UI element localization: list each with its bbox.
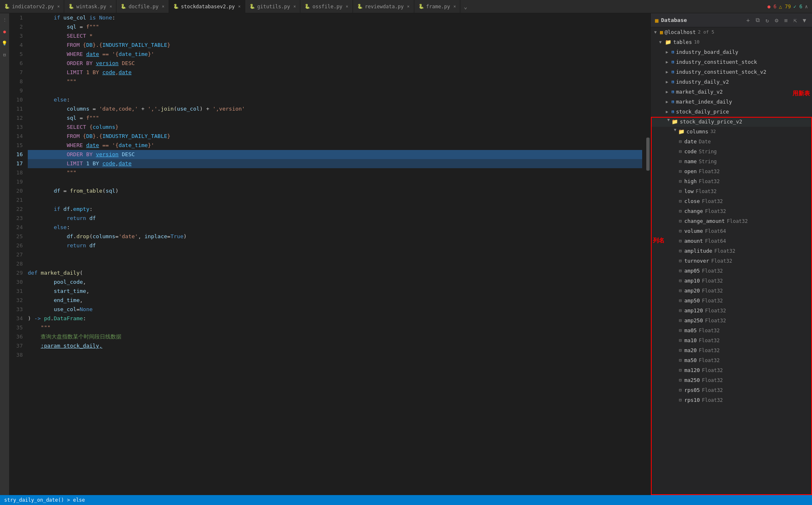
tab-gitutils[interactable]: 🐍 gitutils.py × <box>245 0 301 13</box>
db-header-icon: ▦ <box>655 17 658 24</box>
tab-close-btn8[interactable]: × <box>453 4 456 9</box>
right-panel: 用新表 列名 ▦ Database + ⧉ ↻ ⚙ ≡ ⇱ ▼ ▼ ▦ @loc… <box>650 13 812 495</box>
code-line-9 <box>28 86 642 95</box>
tree-column-amp05[interactable]: ⊟ amp05 Float32 <box>651 266 812 276</box>
tree-column-amp50[interactable]: ⊟ amp50 Float32 <box>651 296 812 306</box>
tree-column-amp20[interactable]: ⊟ amp20 Float32 <box>651 286 812 296</box>
tree-table-market-daily-v2[interactable]: ▶ ⊞ market_daily_v2 <box>651 87 812 97</box>
code-container[interactable]: 1 2 3 4 5 6 7 8 9 10 11 12 13 14 15 16 1 <box>9 13 650 495</box>
t5-label: market_daily_v2 <box>676 88 723 96</box>
tree-column-amp120[interactable]: ⊟ amp120 Float32 <box>651 306 812 316</box>
tree-column-rps10[interactable]: ⊟ rps10 Float32 <box>651 395 812 405</box>
copy-btn[interactable]: ⧉ <box>754 16 761 24</box>
tree-column-amp10[interactable]: ⊟ amp10 Float32 <box>651 276 812 286</box>
py-icon4: 🐍 <box>173 4 179 9</box>
chevron-up[interactable]: ∧ <box>805 4 808 10</box>
tab-close-btn2[interactable]: × <box>109 4 112 9</box>
tab-docfile[interactable]: 🐍 docfile.py × <box>116 0 169 13</box>
breadcrumb: stry_daily_on_date() > else <box>4 497 85 503</box>
tab-indicatorv2[interactable]: 🐍 indicatorv2.py × <box>0 0 64 13</box>
tree-table-industry-board-daily[interactable]: ▶ ⊞ industry_board_daily <box>651 47 812 57</box>
col-name: ma50 <box>684 356 697 365</box>
col-icon: ⊟ <box>679 257 682 265</box>
col-icon: ⊟ <box>679 237 682 245</box>
code-line-3: SELECT * <box>28 31 642 41</box>
panel-content[interactable]: ▼ ▦ @localhost 2 of 5 ▼ 📁 tables 10 ▶ ⊞ … <box>651 27 812 495</box>
col-name: amp10 <box>684 277 700 285</box>
tab-overflow-btn[interactable]: ⌄ <box>460 3 470 10</box>
tab-close-btn6[interactable]: × <box>346 4 348 9</box>
tab-close-btn3[interactable]: × <box>162 4 164 9</box>
tree-column-amp250[interactable]: ⊟ amp250 Float32 <box>651 316 812 326</box>
tree-column-ma10[interactable]: ⊟ ma10 Float32 <box>651 336 812 346</box>
tree-table-industry-constituent-stock-v2[interactable]: ▶ ⊞ industry_constituent_stock_v2 <box>651 67 812 77</box>
tree-server-node[interactable]: ▼ ▦ @localhost 2 of 5 <box>651 27 812 37</box>
tree-table-stock-daily-price[interactable]: ▶ ⊞ stock_daily_price <box>651 107 812 117</box>
tree-column-amount[interactable]: ⊟ amount Float64 <box>651 236 812 246</box>
tree-column-open[interactable]: ⊟ open Float32 <box>651 167 812 176</box>
col-name: volume <box>684 227 703 235</box>
code-line-7: LIMIT 1 BY code,date <box>28 68 642 77</box>
tables-arrow: ▼ <box>659 38 665 46</box>
tab-wintask[interactable]: 🐍 wintask.py × <box>64 0 116 13</box>
add-btn[interactable]: + <box>744 16 751 24</box>
tab-close-btn7[interactable]: × <box>407 4 410 9</box>
tree-columns-group[interactable]: ▶ 📁 columns 32 <box>651 127 812 137</box>
tree-tables-group[interactable]: ▼ 📁 tables 10 <box>651 37 812 47</box>
t2-label: industry_constituent_stock <box>676 58 757 66</box>
tree-column-close[interactable]: ⊟ close Float32 <box>651 196 812 206</box>
tree-table-market-index-daily[interactable]: ▶ ⊞ market_index_daily <box>651 97 812 107</box>
tree-column-date[interactable]: ⊟ date Date <box>651 137 812 147</box>
tree-column-low[interactable]: ⊟ low Float32 <box>651 186 812 196</box>
tree-table-stock-daily-price-v2[interactable]: ▶ 📁 stock_daily_price_v2 <box>651 117 812 127</box>
tree-column-rps05[interactable]: ⊟ rps05 Float32 <box>651 385 812 395</box>
code-lines[interactable]: if use_col is None: sql = f""" SELECT * <box>28 13 642 495</box>
tab-stockdatabase[interactable]: 🐍 stockdatabasev2.py × <box>169 0 245 13</box>
tables-count: 10 <box>694 38 699 46</box>
sort-btn[interactable]: ≡ <box>783 16 789 24</box>
col-type: Float32 <box>705 207 726 215</box>
tab-frame[interactable]: 🐍 frame.py × <box>414 0 461 13</box>
error-glyph: ● <box>3 29 6 34</box>
tab-close-btn4[interactable]: × <box>238 4 241 9</box>
col-type: Float32 <box>699 356 720 365</box>
tree-column-change_amount[interactable]: ⊟ change_amount Float32 <box>651 216 812 226</box>
code-line-29: def market_daily( <box>28 268 642 278</box>
tree-column-ma20[interactable]: ⊟ ma20 Float32 <box>651 346 812 355</box>
editor-area[interactable]: 1 2 3 4 5 6 7 8 9 10 11 12 13 14 15 16 1 <box>9 13 650 495</box>
tree-column-volume[interactable]: ⊟ volume Float64 <box>651 226 812 236</box>
filter-btn[interactable]: ▼ <box>801 16 808 24</box>
col-icon: ⊟ <box>679 326 682 335</box>
tree-column-high[interactable]: ⊟ high Float32 <box>651 176 812 186</box>
tree-column-ma250[interactable]: ⊟ ma250 Float32 <box>651 375 812 385</box>
tree-column-change[interactable]: ⊟ change Float32 <box>651 206 812 216</box>
expand-btn[interactable]: ⇱ <box>792 16 798 24</box>
columns-list: ⊟ date Date ⊟ code String ⊟ name String … <box>651 137 812 405</box>
tab-reviewdata[interactable]: 🐍 reviewdata.py × <box>353 0 414 13</box>
col-type: String <box>699 157 717 166</box>
tree-table-industry-daily-v2[interactable]: ▶ ⊞ industry_daily_v2 <box>651 77 812 87</box>
refresh-btn[interactable]: ↻ <box>764 16 771 24</box>
tree-column-ma05[interactable]: ⊟ ma05 Float32 <box>651 326 812 336</box>
col-type: Float32 <box>714 247 735 255</box>
tab-close-btn5[interactable]: × <box>293 4 296 9</box>
code-line-14: FROM {DB}.{INDUSTRY_DAILY_TABLE} <box>28 132 642 141</box>
tree-column-name[interactable]: ⊟ name String <box>651 157 812 167</box>
t2-arrow: ▶ <box>666 58 672 66</box>
tree-column-code[interactable]: ⊟ code String <box>651 147 812 157</box>
code-line-17: LIMIT 1 BY code,date <box>28 159 642 168</box>
tree-column-amplitude[interactable]: ⊟ amplitude Float32 <box>651 246 812 256</box>
tree-table-industry-constituent-stock[interactable]: ▶ ⊞ industry_constituent_stock <box>651 57 812 67</box>
tree-column-turnover[interactable]: ⊟ turnover Float32 <box>651 256 812 266</box>
col-icon: ⊟ <box>679 297 682 305</box>
t6-label: market_index_daily <box>676 98 732 106</box>
code-line-12: sql = f""" <box>28 114 642 123</box>
tree-column-ma120[interactable]: ⊟ ma120 Float32 <box>651 365 812 375</box>
tree-column-ma50[interactable]: ⊟ ma50 Float32 <box>651 355 812 365</box>
tab-close-btn[interactable]: × <box>57 4 60 9</box>
t4-arrow: ▶ <box>666 78 672 86</box>
config-btn[interactable]: ⚙ <box>773 16 780 24</box>
tab-ossfile[interactable]: 🐍 ossfile.py × <box>300 0 353 13</box>
server-arrow: ▼ <box>654 28 660 36</box>
t7-arrow: ▶ <box>666 108 672 116</box>
